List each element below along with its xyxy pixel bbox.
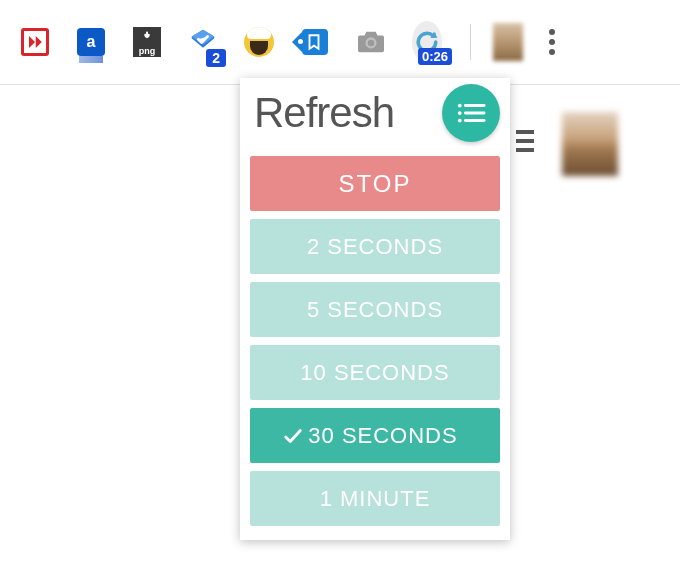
interval-option[interactable]: 5 SECONDS xyxy=(250,282,500,337)
fastforward-extension-icon[interactable] xyxy=(20,27,50,57)
png-download-extension-icon[interactable]: png xyxy=(132,27,162,57)
bookmark-tag-extension-icon[interactable] xyxy=(300,27,330,57)
interval-option[interactable]: 2 SECONDS xyxy=(250,219,500,274)
auto-refresh-extension-icon[interactable]: 0:26 xyxy=(412,27,442,57)
svg-point-3 xyxy=(458,104,462,108)
extension-toolbar: a png 2 xyxy=(0,0,680,85)
refresh-popover: Refresh STOP 2 SECONDS5 SECONDS10 SECOND… xyxy=(240,78,510,540)
refresh-countdown-badge: 0:26 xyxy=(418,48,452,65)
svg-point-7 xyxy=(458,119,462,123)
interval-option[interactable]: 10 SECONDS xyxy=(250,345,500,400)
page-avatar xyxy=(562,112,618,176)
stop-button[interactable]: STOP xyxy=(250,156,500,211)
png-label: png xyxy=(139,46,156,56)
interval-label: 1 MINUTE xyxy=(320,486,431,512)
interval-label: 2 SECONDS xyxy=(307,234,443,260)
interval-label: 30 SECONDS xyxy=(308,423,457,449)
svg-point-5 xyxy=(458,111,462,115)
interval-label: 10 SECONDS xyxy=(300,360,449,386)
checkmark-icon xyxy=(282,425,304,447)
interval-option[interactable]: 30 SECONDS xyxy=(250,408,500,463)
interval-label: 5 SECONDS xyxy=(307,297,443,323)
popover-title: Refresh xyxy=(254,89,394,137)
inbox-badge: 2 xyxy=(206,49,226,67)
toolbar-divider xyxy=(470,24,471,60)
profile-avatar-icon[interactable] xyxy=(493,23,523,61)
stop-label: STOP xyxy=(339,170,412,198)
popover-header: Refresh xyxy=(240,78,510,148)
interval-option[interactable]: 1 MINUTE xyxy=(250,471,500,526)
overflow-menu-icon[interactable] xyxy=(549,29,555,55)
list-settings-button[interactable] xyxy=(442,84,500,142)
chef-extension-icon[interactable] xyxy=(244,27,274,57)
screenshot-extension-icon[interactable] xyxy=(356,27,386,57)
inbox-extension-icon[interactable]: 2 xyxy=(188,27,218,57)
svg-point-1 xyxy=(368,40,375,47)
hamburger-menu-icon[interactable] xyxy=(516,130,534,152)
amazon-extension-icon[interactable]: a xyxy=(76,27,106,57)
